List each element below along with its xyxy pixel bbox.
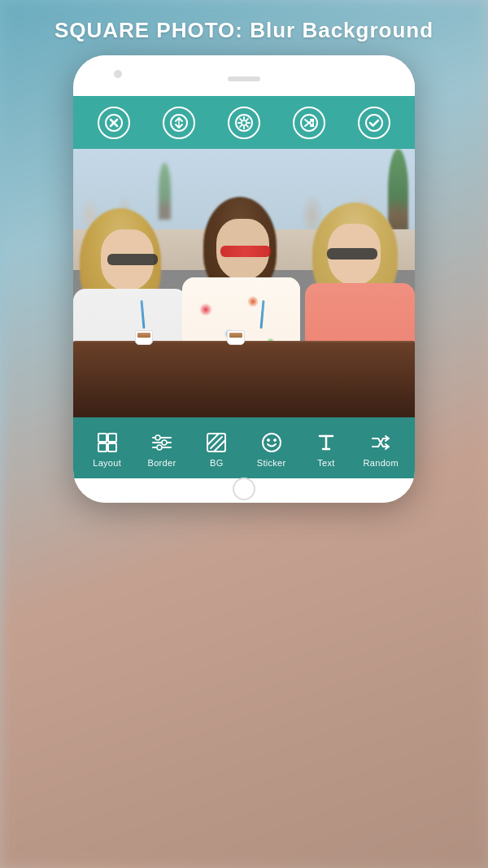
- svg-line-14: [240, 125, 242, 127]
- text-button[interactable]: Text: [303, 430, 348, 468]
- settings-icon: [235, 114, 253, 132]
- person-center-sunglasses: [220, 246, 271, 257]
- coffee-cup-1: [135, 330, 153, 345]
- svg-point-26: [155, 435, 160, 440]
- border-button[interactable]: Border: [139, 430, 184, 468]
- bg-button[interactable]: BG: [194, 430, 239, 468]
- sticker-icon: [259, 430, 284, 455]
- random-label: Random: [364, 458, 399, 468]
- confirm-icon: [365, 114, 383, 132]
- layout-label: Layout: [93, 458, 121, 468]
- confirm-button[interactable]: [358, 107, 390, 139]
- person-right-sunglasses: [327, 248, 377, 260]
- text-icon: [314, 430, 338, 455]
- svg-point-6: [242, 120, 246, 125]
- layout-icon: [95, 430, 120, 455]
- svg-line-31: [207, 434, 219, 445]
- phone-notch: [73, 55, 415, 96]
- shuffle-icon: [300, 114, 318, 132]
- phone-frame: Layout Border: [73, 55, 415, 503]
- bottom-toolbar: Layout Border: [73, 417, 415, 478]
- border-icon: [150, 430, 174, 455]
- svg-point-34: [267, 438, 269, 441]
- svg-line-30: [211, 437, 222, 448]
- bg-label: BG: [210, 458, 224, 468]
- table-body: [73, 342, 415, 417]
- flip-icon: [170, 114, 188, 132]
- svg-rect-19: [98, 434, 107, 442]
- border-label: Border: [148, 458, 176, 468]
- layout-button[interactable]: Layout: [85, 430, 129, 468]
- cancel-button[interactable]: [98, 107, 130, 139]
- person-left-sunglasses: [107, 254, 158, 265]
- svg-rect-22: [108, 443, 116, 451]
- text-label: Text: [317, 458, 334, 468]
- tree-right: [388, 149, 408, 230]
- flip-button[interactable]: [163, 107, 195, 139]
- photo-canvas[interactable]: [73, 149, 415, 417]
- top-toolbar: [73, 96, 415, 149]
- cancel-icon: [105, 114, 123, 132]
- settings-button[interactable]: [228, 107, 260, 139]
- svg-line-12: [246, 125, 248, 127]
- tree-center: [159, 163, 171, 220]
- page-title: SQUARE PHOTO: Blur Background: [38, 0, 450, 51]
- svg-point-28: [157, 445, 162, 450]
- svg-line-32: [214, 440, 225, 451]
- coffee-cup-2: [227, 330, 245, 345]
- svg-point-27: [162, 440, 167, 445]
- svg-rect-21: [98, 443, 107, 451]
- sticker-label: Sticker: [257, 458, 286, 468]
- home-button[interactable]: [233, 478, 255, 500]
- phone-camera: [114, 70, 122, 78]
- phone-speaker: [228, 76, 260, 81]
- bg-icon: [204, 430, 229, 455]
- svg-point-35: [273, 438, 276, 441]
- random-icon: [368, 430, 393, 455]
- random-button[interactable]: Random: [359, 430, 403, 468]
- sticker-button[interactable]: Sticker: [249, 430, 294, 468]
- svg-line-11: [240, 119, 242, 120]
- shuffle-button[interactable]: [293, 107, 325, 139]
- phone-bottom: [73, 478, 415, 503]
- svg-rect-20: [108, 434, 116, 442]
- svg-point-33: [263, 434, 281, 451]
- photo-content: [73, 149, 415, 417]
- svg-line-13: [246, 119, 248, 120]
- svg-point-18: [366, 115, 382, 131]
